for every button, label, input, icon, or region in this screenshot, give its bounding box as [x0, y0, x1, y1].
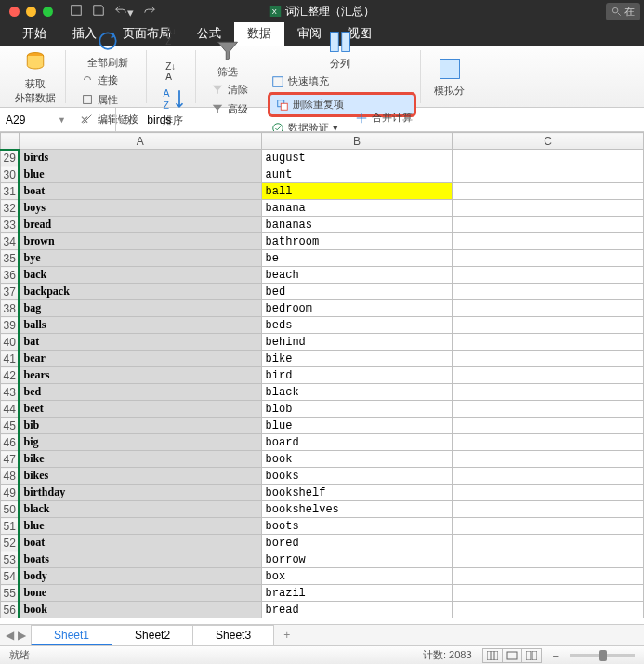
cell[interactable]: [453, 501, 644, 518]
cell[interactable]: [453, 200, 644, 217]
cell[interactable]: [453, 535, 644, 551]
cell[interactable]: boat: [19, 535, 261, 551]
row-header[interactable]: 43: [1, 384, 20, 401]
column-header-A[interactable]: A: [19, 133, 261, 150]
cell[interactable]: bananas: [261, 217, 453, 233]
cell[interactable]: [453, 166, 644, 183]
row-header[interactable]: 31: [1, 183, 20, 200]
row-header[interactable]: 53: [1, 551, 20, 568]
sheet-next-icon[interactable]: ▶: [18, 629, 26, 642]
page-layout-view-button[interactable]: [502, 648, 522, 663]
cell[interactable]: [453, 451, 644, 468]
cell[interactable]: bathroom: [261, 233, 453, 250]
cell[interactable]: be: [261, 250, 453, 267]
cell[interactable]: brazil: [261, 585, 453, 602]
row-header[interactable]: 34: [1, 233, 20, 250]
cell[interactable]: bored: [261, 535, 453, 551]
cell[interactable]: [453, 233, 644, 250]
undo-icon[interactable]: ▾: [114, 4, 134, 20]
cell[interactable]: [453, 217, 644, 233]
row-header[interactable]: 56: [1, 602, 20, 618]
cell[interactable]: blue: [261, 418, 453, 434]
properties-button[interactable]: 属性: [77, 91, 142, 109]
flash-fill-button[interactable]: 快速填充: [268, 73, 416, 90]
cell[interactable]: [453, 250, 644, 267]
cell[interactable]: [453, 434, 644, 451]
cell[interactable]: bye: [19, 250, 261, 267]
cell[interactable]: bat: [19, 334, 261, 351]
row-header[interactable]: 37: [1, 284, 20, 300]
cell[interactable]: [453, 602, 644, 618]
row-header[interactable]: 51: [1, 518, 20, 535]
what-if-button[interactable]: 模拟分: [428, 54, 470, 100]
row-header[interactable]: 48: [1, 468, 20, 485]
row-header[interactable]: 32: [1, 200, 20, 217]
minimize-window-button[interactable]: [26, 7, 36, 17]
row-header[interactable]: 33: [1, 217, 20, 233]
row-header[interactable]: 52: [1, 535, 20, 551]
cell[interactable]: bed: [261, 284, 453, 300]
row-header[interactable]: 39: [1, 317, 20, 334]
column-header-B[interactable]: B: [261, 133, 453, 150]
row-header[interactable]: 47: [1, 451, 20, 468]
cell[interactable]: bedroom: [261, 300, 453, 317]
row-header[interactable]: 44: [1, 401, 20, 418]
row-header[interactable]: 55: [1, 585, 20, 602]
cell[interactable]: [453, 317, 644, 334]
name-box[interactable]: A29 ▼: [0, 108, 72, 131]
cell[interactable]: [453, 551, 644, 568]
cell[interactable]: books: [261, 468, 453, 485]
cell[interactable]: ball: [261, 183, 453, 200]
cell[interactable]: bookshelves: [261, 501, 453, 518]
cell[interactable]: birthday: [19, 485, 261, 501]
redo-icon[interactable]: [143, 4, 156, 20]
row-header[interactable]: 45: [1, 418, 20, 434]
cell[interactable]: aunt: [261, 166, 453, 183]
cell[interactable]: [453, 267, 644, 284]
cell[interactable]: bread: [261, 602, 453, 618]
page-break-view-button[interactable]: [521, 648, 542, 663]
cell[interactable]: [453, 284, 644, 300]
cell[interactable]: birds: [19, 150, 261, 166]
cell[interactable]: beds: [261, 317, 453, 334]
cell[interactable]: blob: [261, 401, 453, 418]
search-box[interactable]: 在: [606, 3, 640, 20]
cell[interactable]: board: [261, 434, 453, 451]
row-header[interactable]: 49: [1, 485, 20, 501]
cell[interactable]: black: [261, 384, 453, 401]
fx-label[interactable]: fx: [116, 113, 139, 126]
cell[interactable]: [453, 401, 644, 418]
filter-button[interactable]: 筛选: [209, 35, 246, 81]
cell[interactable]: bed: [19, 384, 261, 401]
cell[interactable]: bone: [19, 585, 261, 602]
cell[interactable]: [453, 418, 644, 434]
cell[interactable]: box: [261, 568, 453, 585]
sort-asc-button[interactable]: A↓Z: [162, 24, 180, 48]
cell[interactable]: blue: [19, 166, 261, 183]
cell[interactable]: bread: [19, 217, 261, 233]
cell[interactable]: book: [261, 451, 453, 468]
row-header[interactable]: 35: [1, 250, 20, 267]
zoom-slider[interactable]: [570, 654, 635, 657]
close-window-button[interactable]: [9, 7, 20, 17]
save-icon[interactable]: [92, 4, 105, 20]
get-external-data-button[interactable]: 获取 外部数据: [9, 47, 61, 107]
spreadsheet-grid[interactable]: ABC 29birdsaugust30blueaunt31boatball32b…: [0, 132, 644, 624]
cell[interactable]: [453, 334, 644, 351]
maximize-window-button[interactable]: [43, 7, 53, 17]
cell[interactable]: bikes: [19, 468, 261, 485]
cell[interactable]: bike: [19, 451, 261, 468]
row-header[interactable]: 36: [1, 267, 20, 284]
cell[interactable]: bag: [19, 300, 261, 317]
row-header[interactable]: 29: [1, 150, 20, 166]
connections-button[interactable]: 连接: [77, 72, 142, 89]
tab-开始[interactable]: 开始: [9, 20, 59, 46]
cell[interactable]: banana: [261, 200, 453, 217]
cell[interactable]: bird: [261, 367, 453, 384]
sheet-prev-icon[interactable]: ◀: [6, 629, 14, 642]
cell[interactable]: bears: [19, 367, 261, 384]
row-header[interactable]: 46: [1, 434, 20, 451]
cell[interactable]: bib: [19, 418, 261, 434]
cell[interactable]: beach: [261, 267, 453, 284]
text-to-columns-button[interactable]: 分列: [322, 27, 359, 73]
